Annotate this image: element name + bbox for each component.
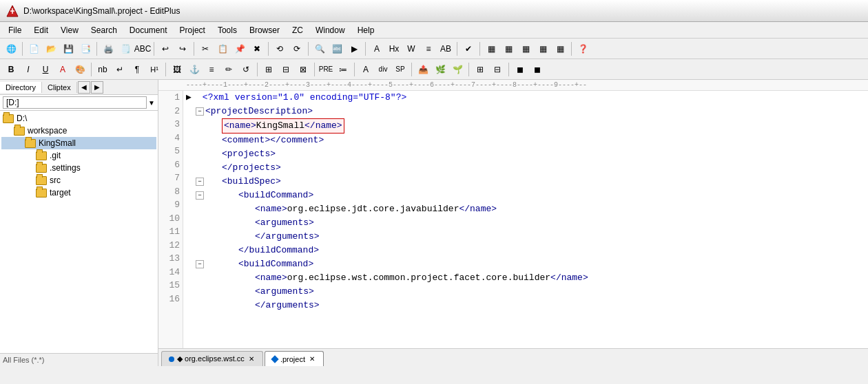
tab-wst-cc[interactable]: ◆ org.eclipse.wst.cc ✕ (161, 351, 263, 366)
table3-btn[interactable]: ⊠ (295, 61, 311, 78)
tree-item-d[interactable]: D:\ (1, 112, 156, 125)
undo-button[interactable]: ↩ (157, 41, 174, 57)
clip1-button[interactable]: ▦ (483, 41, 499, 57)
delete-button[interactable]: ✖ (249, 41, 265, 57)
tree-item-workspace[interactable]: workspace (1, 125, 156, 137)
extra2-button[interactable]: ◼ (529, 61, 546, 78)
menu-item-zc[interactable]: ZC (287, 24, 309, 36)
italic-button[interactable]: I (20, 61, 37, 78)
clip5-button[interactable]: ▦ (552, 41, 568, 57)
nb-button[interactable]: nb (94, 61, 111, 78)
ln7: 7 (161, 171, 180, 185)
replace-button[interactable]: 🔤 (329, 41, 345, 57)
extra1-button[interactable]: ◼ (512, 61, 528, 78)
print-preview-button[interactable]: 🗒️ (117, 41, 134, 57)
line7-fold-btn[interactable]: − (196, 178, 204, 186)
code-area[interactable]: 1 2 3 4 5 6 7 8 9 10 11 12 13 14 15 16 (158, 91, 868, 348)
table2-btn[interactable]: ⊟ (278, 61, 294, 78)
line2-content: <projectDescription> (205, 105, 313, 118)
tree-item-target[interactable]: target (1, 186, 156, 199)
align-button[interactable]: ≡ (203, 61, 220, 78)
line13-fold-btn[interactable]: − (196, 260, 204, 268)
menu-item-browser[interactable]: Browser (244, 24, 285, 36)
img-button[interactable]: 🖼 (169, 61, 185, 78)
sidebar-nav-left[interactable]: ◀ (78, 81, 90, 94)
check-button[interactable]: ✔ (460, 41, 477, 57)
code-content[interactable]: ▶ <?xml version="1.0" encoding="UTF-8"?>… (183, 91, 868, 348)
tree-item-src[interactable]: src (1, 174, 156, 186)
menu-item-window[interactable]: Window (310, 24, 351, 36)
print-button[interactable]: 🖨️ (100, 41, 116, 57)
sidebar-nav-right[interactable]: ▶ (91, 81, 103, 94)
ftp2-button[interactable]: 🌿 (432, 61, 448, 78)
line2-fold-btn[interactable]: − (196, 107, 204, 116)
table-btn[interactable]: ⊞ (260, 61, 277, 78)
link-button[interactable]: ⚓ (186, 61, 203, 78)
save-all-button[interactable]: 📑 (77, 41, 94, 57)
h1-button[interactable]: H¹ (146, 61, 163, 78)
sp-button[interactable]: SP (392, 61, 409, 78)
tab-project[interactable]: .project ✕ (265, 351, 324, 366)
bold-button[interactable]: B (3, 61, 19, 78)
tree-item-kingsmall[interactable]: KingSmall (1, 137, 156, 149)
tree-item-git[interactable]: .git (1, 149, 156, 162)
menu-item-edit[interactable]: Edit (28, 24, 54, 36)
ln15: 15 (161, 279, 180, 292)
menu-item-help[interactable]: Help (352, 24, 380, 36)
search-button[interactable]: 🔍 (311, 41, 328, 57)
help-button[interactable]: ❓ (575, 41, 591, 57)
menu-item-project[interactable]: Project (174, 24, 211, 36)
cut-button[interactable]: ✂ (197, 41, 214, 57)
drive-dropdown-arrow[interactable]: ▼ (148, 99, 155, 107)
grid-button[interactable]: ⊞ (472, 61, 488, 78)
redo-button[interactable]: ↪ (174, 41, 191, 57)
undo2-button[interactable]: ⟲ (271, 41, 288, 57)
menu-item-file[interactable]: File (3, 24, 27, 36)
tab-cliptext[interactable]: Cliptex (42, 82, 77, 93)
color-button[interactable]: A (54, 61, 71, 78)
highlight-btn[interactable]: 🎨 (72, 61, 88, 78)
redo2-button[interactable]: ⟳ (289, 41, 305, 57)
clip2-button[interactable]: ▦ (500, 41, 517, 57)
spell-button[interactable]: ABC (134, 41, 151, 57)
drive-label[interactable]: [D:] (3, 96, 147, 109)
br-button[interactable]: ↵ (112, 61, 128, 78)
ab-button[interactable]: AB (437, 41, 454, 57)
ftp3-button[interactable]: 🌱 (449, 61, 466, 78)
sep2 (96, 42, 97, 56)
tab-project-close[interactable]: ✕ (308, 355, 316, 363)
line8-fold-btn[interactable]: − (196, 191, 204, 200)
sep10 (571, 42, 572, 56)
div-button[interactable]: div (375, 61, 391, 78)
sep8 (457, 42, 457, 56)
list-button[interactable]: ≔ (335, 61, 351, 78)
new-button[interactable]: 📄 (25, 41, 42, 57)
paste-button[interactable]: 📌 (231, 41, 248, 57)
tab-directory[interactable]: Directory (0, 82, 42, 93)
globe-button[interactable]: 🌐 (3, 41, 19, 57)
word-wrap-button[interactable]: W (403, 41, 420, 57)
tree-item-settings[interactable]: .settings (1, 162, 156, 174)
clip3-button[interactable]: ▦ (517, 41, 534, 57)
underline-button[interactable]: U (37, 61, 54, 78)
save-button[interactable]: 💾 (60, 41, 76, 57)
grid2-button[interactable]: ⊟ (489, 61, 506, 78)
copy-button[interactable]: 📋 (214, 41, 231, 57)
pre-button[interactable]: PRE (318, 61, 334, 78)
hex-button[interactable]: Hx (386, 41, 402, 57)
marker-button[interactable]: ✏ (220, 61, 237, 78)
menu-item-view[interactable]: View (55, 24, 84, 36)
line-num-button[interactable]: ≡ (420, 41, 437, 57)
find-next-button[interactable]: ▶ (346, 41, 362, 57)
font-a-button[interactable]: A (358, 61, 374, 78)
clip4-button[interactable]: ▦ (535, 41, 551, 57)
format-button[interactable]: A (369, 41, 385, 57)
ftp-button[interactable]: 📤 (415, 61, 431, 78)
menu-item-search[interactable]: Search (85, 24, 123, 36)
open-button[interactable]: 📂 (43, 41, 59, 57)
menu-item-document[interactable]: Document (124, 24, 173, 36)
tab-wst-close[interactable]: ✕ (247, 355, 256, 363)
p-button[interactable]: ¶ (129, 61, 145, 78)
rotate-button[interactable]: ↺ (238, 61, 254, 78)
menu-item-tools[interactable]: Tools (212, 24, 242, 36)
